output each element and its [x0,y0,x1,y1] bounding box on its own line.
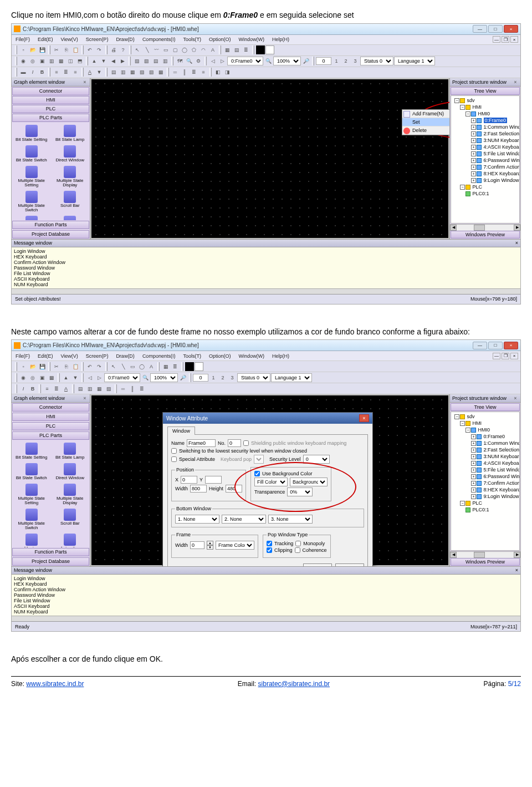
canvas-area[interactable]: Add Frame(N) Set Delete [90,78,449,239]
part-item[interactable]: Multiple State Setting [13,483,50,506]
menu-file[interactable]: File(F) [14,35,32,43]
language-select[interactable]: Language 1 [271,373,312,382]
status-num-0[interactable] [193,374,208,382]
menu-components[interactable]: Components(I) [141,35,177,43]
num3[interactable]: 3 [228,373,237,382]
part-animation[interactable]: Animation [52,215,89,220]
background-select[interactable]: Background [290,478,328,486]
tb2-icon[interactable]: 🗺 [175,57,184,65]
tb2-icon[interactable]: ▤ [151,57,160,65]
tb2-icon[interactable]: ▩ [47,373,56,382]
menu-components[interactable]: Components(I) [141,352,177,360]
part-multiple-state-setting[interactable]: Multiple State Setting [13,165,50,189]
tb2-icon[interactable]: ▼ [71,373,80,382]
tb3-icon[interactable]: ▤ [76,384,85,393]
color1-icon[interactable] [185,362,194,371]
tb2-icon[interactable]: ◫ [66,57,75,65]
copy-icon[interactable]: ⎘ [62,45,70,54]
cancel-button[interactable]: Cancel [335,563,364,566]
polygon-icon[interactable]: ⬠ [190,45,198,54]
part-item[interactable]: Direct Window [52,462,89,481]
site-link[interactable]: www.sibratec.ind.br [26,680,84,688]
num2[interactable]: 2 [341,57,350,65]
save-icon[interactable]: 💾 [38,45,47,54]
mdi-close[interactable]: × [510,353,518,359]
frame-prev-icon[interactable]: ◁ [208,57,217,65]
tb2-icon[interactable]: ▩ [57,57,65,65]
tb3-icon[interactable]: ▧ [104,384,113,393]
align-left-icon[interactable]: ≡ [43,384,52,393]
menu-screen[interactable]: Screen(P) [84,35,110,43]
tb3-icon[interactable]: ≡ [199,68,208,77]
bottom-2-select[interactable]: 2. None [222,515,266,524]
menu-draw[interactable]: Draw(D) [114,352,136,360]
tree-view-2[interactable]: − sdv − HMI − HMI0 + 0:Frame0 + 1:Common… [451,412,520,551]
part-item[interactable]: Animation [52,532,89,547]
design-canvas[interactable] [91,79,448,238]
menu-tools[interactable]: Tools(T) [181,35,203,43]
menu-window[interactable]: Window(W) [237,35,266,43]
message-close-icon[interactable]: × [515,240,518,246]
ellipse-icon[interactable]: ◯ [180,45,189,54]
align-right-icon[interactable]: ≡ [71,68,80,77]
redo-icon[interactable]: ↷ [95,45,104,54]
section-connector[interactable]: Connector [12,403,89,412]
part-item[interactable]: Moving Component [13,532,50,547]
frame-select[interactable]: 0:Frame0 [104,373,140,382]
cb-use-bg-color[interactable] [254,471,260,476]
font-bold-icon[interactable]: B [38,68,47,77]
tb2-icon[interactable]: ▣ [38,373,47,382]
align-center-icon[interactable]: ≣ [52,384,61,393]
dialog-close-button[interactable]: × [359,414,369,422]
menu-view[interactable]: View(V) [59,352,80,360]
save-icon[interactable]: 💾 [38,362,47,371]
tb2-icon[interactable]: ▣ [38,57,47,65]
tb3-icon[interactable]: ▤ [109,68,118,77]
left-panel-close-icon[interactable]: × [82,79,88,85]
part-item[interactable]: Multiple State Switch [13,507,50,531]
num1[interactable]: 1 [332,57,341,65]
windows-preview-tab[interactable]: Windows Preview [451,231,520,238]
num3[interactable]: 3 [351,57,360,65]
name-input[interactable] [187,439,216,447]
height-input[interactable] [226,485,242,492]
text-icon[interactable]: A [147,362,156,371]
copy-icon[interactable]: ⎘ [62,362,70,371]
undo-icon[interactable]: ↶ [85,362,94,371]
mdi-close[interactable]: × [510,36,518,43]
menu-help[interactable]: Help(H) [270,35,291,43]
ctx-set[interactable]: Set [402,118,449,126]
cb-shielding[interactable] [243,440,249,446]
close-icon[interactable]: × [82,395,88,401]
menu-view[interactable]: View(V) [59,35,80,43]
zoom-select[interactable]: 100% [273,57,301,65]
scroll-left-icon[interactable]: ◀ [450,552,457,558]
tree-h-scrollbar[interactable]: ◀ ▶ [450,551,520,558]
section-plc-parts[interactable]: PLC Parts [12,114,89,122]
part-multiple-state-switch[interactable]: Multiple State Switch [13,190,50,214]
email-link[interactable]: sibratec@sibratec.ind.br [258,680,330,688]
font-italic-icon[interactable]: I [28,68,37,77]
frame-color-select[interactable]: Frame Color [216,541,254,550]
font-a-icon[interactable]: A [85,68,94,77]
menu-option[interactable]: Option(O) [207,35,233,43]
cb-tracking[interactable] [267,541,272,546]
section-plc[interactable]: PLC [12,422,89,430]
close-button[interactable]: × [504,25,518,33]
maximize-button[interactable]: □ [488,342,503,349]
tb3-icon[interactable]: ▬ [19,68,28,77]
cut-icon[interactable]: ✂ [52,362,61,371]
scroll-right-icon[interactable]: ▶ [514,552,520,558]
align-icon[interactable]: ≣ [171,362,180,371]
menu-option[interactable]: Option(O) [207,352,233,360]
tb3-icon[interactable]: ▼ [95,68,104,77]
tb2-icon[interactable]: ▲ [62,373,70,382]
section-plc[interactable]: PLC [12,105,89,113]
print-icon[interactable]: 🖨 [109,45,118,54]
font-bold-icon[interactable]: B [28,384,37,393]
font-a-icon[interactable]: A [62,384,70,393]
menu-edit[interactable]: Edit(E) [36,352,55,360]
cb-special[interactable] [171,456,177,462]
pointer-icon[interactable]: ↖ [109,362,118,371]
ctx-add-frame[interactable]: Add Frame(N) [402,110,449,118]
